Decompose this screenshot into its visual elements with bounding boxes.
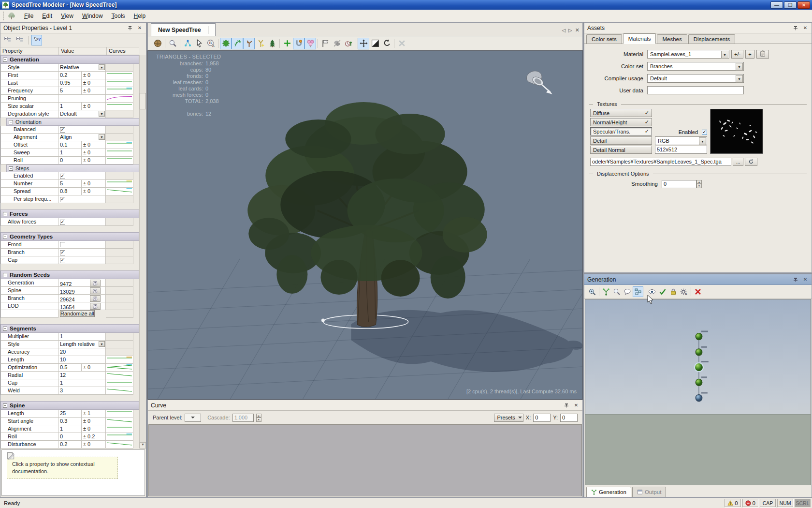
randomize-all-button[interactable]: Randomize all	[60, 310, 95, 317]
curve-thumbnail[interactable]	[106, 310, 133, 318]
property-label[interactable]: Multiplier	[0, 333, 58, 341]
curve-thumbnail[interactable]	[106, 180, 133, 188]
collapse-icon[interactable]: −	[3, 273, 7, 277]
color-set-dropdown[interactable]: Branches▼	[647, 62, 744, 71]
curve-thumbnail[interactable]	[106, 302, 133, 310]
collapse-icon[interactable]: −	[3, 403, 7, 408]
property-label[interactable]: Balanced	[0, 126, 58, 134]
property-label[interactable]: Enabled	[0, 172, 58, 180]
y-field[interactable]: 0	[560, 414, 578, 422]
curve-thumbnail[interactable]	[106, 287, 133, 295]
add-icon[interactable]	[281, 38, 293, 49]
curve-thumbnail[interactable]	[106, 110, 133, 118]
menu-item-tools[interactable]: Tools	[107, 11, 130, 21]
timer-icon[interactable]	[343, 38, 354, 49]
curve-thumbnail[interactable]	[106, 103, 133, 110]
curve-thumbnail[interactable]	[106, 79, 133, 87]
texture-preview[interactable]	[710, 109, 763, 154]
balloons-icon[interactable]	[304, 38, 316, 49]
curve-thumbnail[interactable]	[106, 295, 133, 302]
property-variance-field[interactable]: ± 0	[82, 180, 106, 188]
dice-icon[interactable]	[90, 287, 101, 294]
close-tab-icon[interactable]: ✕	[575, 27, 580, 33]
node-boxes-icon[interactable]	[633, 286, 643, 297]
rotate-icon[interactable]	[381, 38, 392, 49]
browse-button[interactable]: ...	[733, 158, 743, 166]
tab-meshes[interactable]: Meshes	[657, 34, 687, 44]
curve-thumbnail[interactable]	[106, 379, 133, 387]
curve-thumbnail[interactable]	[106, 188, 133, 195]
property-label[interactable]: Frequency	[0, 87, 58, 95]
dice-icon[interactable]	[90, 303, 101, 310]
curve-thumbnail[interactable]	[106, 95, 133, 103]
property-value-field[interactable]: 0.2	[58, 441, 82, 448]
property-empty-cell[interactable]	[58, 95, 106, 103]
property-value-field[interactable]: 1	[58, 149, 82, 157]
property-label[interactable]: Optimization	[0, 364, 58, 372]
collapse-all-icon[interactable]	[14, 35, 25, 45]
menu-item-file[interactable]: File	[20, 11, 38, 21]
curve-thumbnail[interactable]	[106, 249, 133, 256]
property-label[interactable]: Generation	[0, 279, 58, 287]
menu-item-window[interactable]: Window	[78, 11, 107, 21]
dice-icon[interactable]	[90, 280, 101, 286]
property-value-field[interactable]: 5	[58, 87, 82, 95]
menu-item-edit[interactable]: Edit	[38, 11, 57, 21]
material-dropdown[interactable]: SampleLeaves_1▼	[647, 50, 729, 59]
tree-icon[interactable]	[266, 38, 278, 49]
flag-icon[interactable]	[319, 38, 331, 49]
dropdown-arrow-icon[interactable]: ▼	[99, 341, 105, 347]
property-label[interactable]: Offset	[0, 141, 58, 149]
tab-generation[interactable]: Generation	[586, 487, 631, 497]
property-grid-scrollbar[interactable]: ▲ ▼	[139, 55, 146, 448]
material-add-remove-button[interactable]: +/-	[731, 50, 743, 59]
property-label[interactable]: Alignment	[0, 425, 58, 433]
property-value-field[interactable]: 0.95	[58, 79, 82, 87]
curve-thumbnail[interactable]	[106, 364, 133, 372]
property-label[interactable]	[0, 310, 58, 318]
light-widget[interactable]	[521, 69, 557, 101]
pin-icon[interactable]	[127, 25, 133, 31]
property-value-field[interactable]: 12	[58, 372, 106, 379]
curve-editor-area[interactable]	[148, 424, 582, 496]
property-variance-field[interactable]: ± 0	[82, 72, 106, 79]
curve-thumbnail[interactable]	[106, 348, 133, 356]
property-value-field[interactable]: 1	[58, 333, 106, 341]
context-help-icon[interactable]: ?	[31, 35, 42, 45]
property-variance-field[interactable]: ± 0	[82, 79, 106, 87]
property-label[interactable]: Roll	[0, 433, 58, 441]
curve-thumbnail[interactable]	[106, 333, 133, 341]
property-value-field[interactable]: 0	[58, 157, 82, 164]
property-value-field[interactable]: 0.1	[58, 141, 82, 149]
curve-thumbnail[interactable]	[106, 441, 133, 448]
property-value-field[interactable]: 3	[58, 387, 106, 395]
property-dropdown[interactable]: Length relative▼	[58, 341, 106, 348]
curve-thumbnail[interactable]	[106, 64, 133, 72]
property-label[interactable]: Per step frequ...	[0, 195, 58, 203]
curve-thumbnail[interactable]	[106, 157, 133, 164]
curve-thumbnail[interactable]	[106, 87, 133, 95]
collapse-icon[interactable]: −	[9, 120, 13, 124]
prev-tab-icon[interactable]: ◁	[562, 28, 566, 33]
hierarchy-icon[interactable]	[601, 286, 611, 297]
menu-item-view[interactable]: View	[57, 11, 78, 21]
bone-a-icon[interactable]: BA	[205, 38, 217, 49]
property-label[interactable]: Allow forces	[0, 218, 58, 226]
curve-thumbnail[interactable]	[106, 372, 133, 379]
close-icon[interactable]: ✕	[136, 25, 143, 31]
property-label[interactable]: Number	[0, 180, 58, 188]
maximize-button[interactable]: ❐	[784, 1, 797, 9]
property-variance-field[interactable]: ± 0	[82, 364, 106, 372]
property-label[interactable]: Cap	[0, 256, 58, 264]
property-label[interactable]: Accuracy	[0, 348, 58, 356]
property-dropdown[interactable]: Relative▼	[58, 64, 106, 72]
curve-thumbnail[interactable]	[106, 356, 133, 364]
property-label[interactable]: Length	[0, 356, 58, 364]
leaf-icon[interactable]	[220, 38, 232, 49]
dropdown-arrow-icon[interactable]: ▼	[99, 64, 105, 70]
column-curves[interactable]: Curves	[107, 47, 139, 55]
refresh-button[interactable]	[745, 158, 757, 166]
curve-thumbnail[interactable]	[106, 218, 133, 226]
section-header-steps[interactable]: −Steps	[6, 164, 139, 172]
property-value-field[interactable]: 0.8	[58, 188, 82, 195]
